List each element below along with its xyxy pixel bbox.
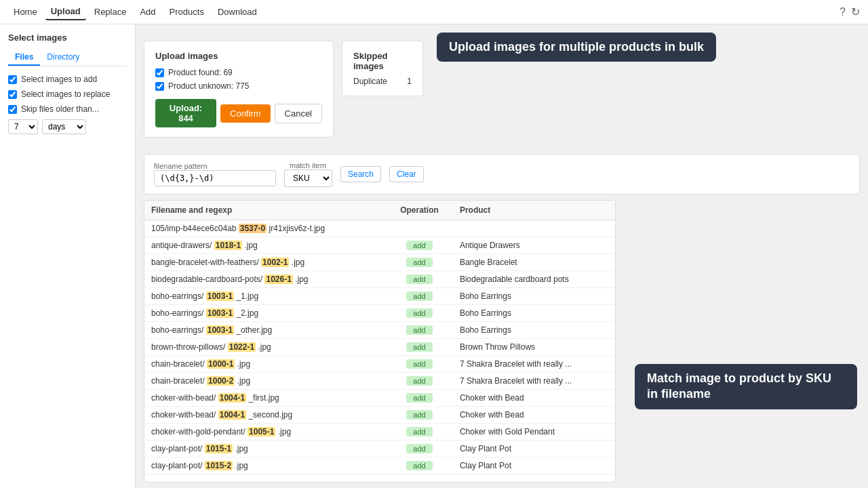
sku-highlight: 1015-1 [205,444,233,453]
nav-download[interactable]: Download [212,4,262,20]
checkbox-skip-older: Skip files older than... [8,104,127,114]
sku-highlight: 1004-1 [218,393,246,403]
checkbox-add-input[interactable] [8,75,17,84]
table-and-tooltip: Filename and regexp Operation Product 10… [136,195,868,488]
operation-badge: add [406,342,432,352]
tooltip-upload-bulk: Upload images for multiple products in b… [437,33,716,62]
refresh-icon[interactable]: ↻ [851,5,860,18]
filename-text: choker-with-bead/ [151,410,218,420]
filename-suffix: .jpg [233,461,248,470]
table-row: clay-plant-pot/ 1015-1 .jpgaddClay Plant… [144,441,615,458]
checkbox-skip-label: Skip files older than... [21,104,99,114]
sku-highlight: 1003-1 [206,291,234,301]
filename-cell: biodegradable-cardboard-pots/ 1026-1 .jp… [144,271,386,288]
table-header-row: Filename and regexp Operation Product [144,201,615,220]
table-row: choker-with-bead/ 1004-1 _first.jpgaddCh… [144,390,615,407]
filename-text: choker-with-gold-pendant/ [151,427,248,436]
skipped-duplicate-row: Duplicate 1 [353,77,412,86]
upload-button[interactable]: Upload: 844 [155,99,216,127]
match-item-group: match item SKU Name ID [284,161,332,187]
filename-text: 105/imp-b44ece6c04ab [151,224,239,233]
operation-badge: add [406,444,432,453]
nav-replace[interactable]: Replace [89,4,132,20]
product-unknown-row: Product unknown: 775 [155,81,322,91]
filename-text: clay-plant-pot/ [151,461,205,470]
sku-highlight: 1004-1 [218,410,246,420]
tab-directory[interactable]: Directory [40,49,86,66]
nav-home[interactable]: Home [8,4,43,20]
upload-panel: Upload images Product found: 69 Product … [144,41,334,138]
table-row: choker-with-gold-pendant/ 1005-1 .jpgadd… [144,424,615,441]
filename-cell: 105/imp-b44ece6c04ab 3537-0 jr41xjisv6z-… [144,220,386,237]
operation-cell: add [386,271,453,288]
left-panel-title: Select images [8,33,127,43]
confirm-button[interactable]: Confirm [220,104,271,123]
filename-cell: choker-with-bead/ 1004-1 _second.jpg [144,407,386,424]
filename-cell: boho-earrings/ 1003-1 _other.jpg [144,322,386,339]
tooltip-match-sku: Match image to product by SKU in filenam… [635,364,857,409]
filename-cell: brown-throw-pillows/ 1022-1 .jpg [144,339,386,356]
filename-text: bangle-bracelet-with-feathers/ [151,258,261,267]
filename-suffix: _2.jpg [234,308,258,318]
operation-badge: add [406,393,432,403]
filename-text: brown-throw-pillows/ [151,342,228,352]
filename-suffix: _1.jpg [234,291,258,301]
filename-text: clay-plant-pot/ [151,444,205,453]
product-cell: Choker with Gold Pendant [453,424,615,441]
skipped-duplicate-label: Duplicate [353,77,387,86]
filename-suffix: _second.jpg [246,410,292,420]
filename-cell: chain-bracelet/ 1000-1 .jpg [144,356,386,373]
filename-suffix: jr41xjisv6z-t.jpg [267,224,325,233]
filename-suffix: _other.jpg [234,325,272,335]
filename-cell: choker-with-gold-pendant/ 1005-1 .jpg [144,424,386,441]
product-found-checkbox[interactable] [155,68,164,77]
sku-highlight: 1003-1 [206,308,234,318]
checkbox-select-add: Select images to add [8,75,127,84]
filename-pattern-label: filename pattern [154,162,276,170]
sku-highlight: 1022-1 [228,342,256,352]
filename-text: boho-earrings/ [151,325,206,335]
days-row: 7 14 30 days weeks [8,119,127,134]
tab-files[interactable]: Files [8,49,40,66]
filename-cell: boho-earrings/ 1003-1 _1.jpg [144,288,386,305]
operation-cell: add [386,356,453,373]
sku-highlight: 1003-1 [206,325,234,335]
operation-cell: add [386,373,453,390]
filename-pattern-input[interactable] [154,170,276,186]
filename-text: boho-earrings/ [151,308,206,318]
filename-suffix: _first.jpg [246,393,279,403]
sku-highlight: 1015-2 [205,461,233,470]
checkbox-skip-input[interactable] [8,105,17,114]
table-row: brown-throw-pillows/ 1022-1 .jpgaddBrown… [144,339,615,356]
nav-add[interactable]: Add [134,4,161,20]
product-cell: 7 Shakra Bracelet with really ... [453,373,615,390]
search-bar: filename pattern match item SKU Name ID … [144,154,860,195]
checkbox-replace-input[interactable] [8,90,17,99]
sku-highlight: 1000-2 [207,376,235,386]
upload-panel-title: Upload images [155,51,322,61]
help-icon[interactable]: ? [840,5,846,18]
operation-cell: add [386,254,453,271]
sku-highlight: 1018-1 [214,241,242,250]
clear-button[interactable]: Clear [389,166,424,182]
upload-btn-row: Upload: 844 Confirm Cancel [155,99,322,127]
product-cell: Boho Earrings [453,305,615,322]
nav-products[interactable]: Products [164,4,210,20]
filename-suffix: .jpg [242,241,258,250]
cancel-button[interactable]: Cancel [275,104,322,123]
search-button[interactable]: Search [340,166,381,182]
product-unknown-checkbox[interactable] [155,82,164,91]
table-row: boho-earrings/ 1003-1 _2.jpgaddBoho Earr… [144,305,615,322]
sku-highlight: 1000-1 [207,359,235,369]
days-unit-select[interactable]: days weeks [42,119,86,134]
col-operation: Operation [386,201,453,220]
operation-cell: add [386,305,453,322]
checkbox-add-label: Select images to add [21,75,97,84]
days-value-select[interactable]: 7 14 30 [8,119,38,134]
sku-highlight: 3537-0 [239,224,267,233]
match-item-select[interactable]: SKU Name ID [284,169,332,187]
sku-highlight: 1002-1 [261,258,289,267]
sku-highlight: 1005-1 [248,427,275,436]
nav-upload[interactable]: Upload [45,3,86,20]
product-found-row: Product found: 69 [155,68,322,77]
